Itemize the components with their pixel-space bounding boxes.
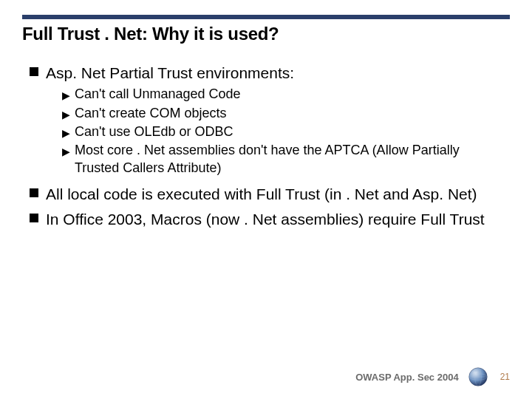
sub-bullet-item: ▶ Can't create COM objects: [62, 105, 502, 122]
sub-bullet-text: Most core . Net assemblies don't have th…: [75, 142, 502, 177]
bullet-item: In Office 2003, Macros (now . Net assemb…: [30, 209, 502, 229]
bullet-text: Asp. Net Partial Trust environments:: [46, 63, 294, 83]
arrow-bullet-icon: ▶: [62, 108, 70, 121]
title-area: Full Trust . Net: Why it is used?: [22, 15, 510, 44]
arrow-bullet-icon: ▶: [62, 126, 70, 140]
footer-text: OWASP App. Sec 2004: [355, 372, 458, 383]
square-bullet-icon: [30, 67, 38, 76]
sub-bullet-item: ▶ Can't call Unmanaged Code: [62, 86, 502, 103]
sub-list: ▶ Can't call Unmanaged Code ▶ Can't crea…: [62, 86, 502, 177]
sub-bullet-item: ▶ Can't use OLEdb or ODBC: [62, 123, 502, 140]
bullet-item: All local code is executed with Full Tru…: [30, 184, 502, 204]
slide: Full Trust . Net: Why it is used? Asp. N…: [0, 0, 532, 399]
arrow-bullet-icon: ▶: [62, 89, 70, 102]
square-bullet-icon: [30, 188, 38, 197]
sub-bullet-text: Can't create COM objects: [75, 105, 227, 122]
bullet-item: Asp. Net Partial Trust environments:: [30, 63, 502, 83]
arrow-bullet-icon: ▶: [62, 145, 70, 158]
page-number: 21: [500, 372, 510, 382]
bullet-text: All local code is executed with Full Tru…: [46, 184, 477, 204]
square-bullet-icon: [30, 214, 38, 222]
sub-bullet-text: Can't use OLEdb or ODBC: [75, 123, 233, 140]
slide-title: Full Trust . Net: Why it is used?: [22, 24, 510, 44]
sub-bullet-text: Can't call Unmanaged Code: [75, 86, 241, 103]
globe-icon: [468, 366, 488, 387]
footer: OWASP App. Sec 2004 21: [355, 366, 510, 387]
sub-bullet-item: ▶ Most core . Net assemblies don't have …: [62, 142, 502, 177]
content-area: Asp. Net Partial Trust environments: ▶ C…: [30, 63, 502, 232]
bullet-text: In Office 2003, Macros (now . Net assemb…: [46, 209, 485, 229]
title-bar: [22, 15, 510, 19]
